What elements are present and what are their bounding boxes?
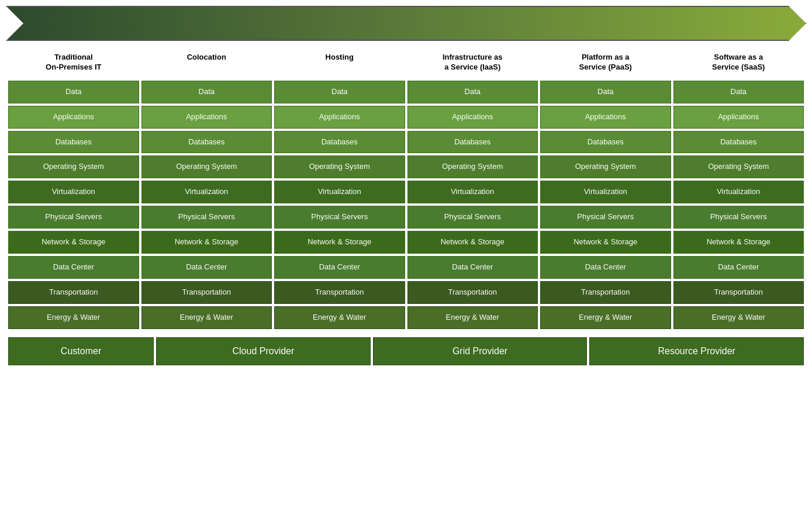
cell-applications-saas: Applications — [673, 106, 804, 129]
cell-transportation-traditional: Transportation — [8, 281, 139, 304]
cell-physical_servers-colocation: Physical Servers — [141, 206, 272, 229]
cell-energy_water-traditional: Energy & Water — [8, 306, 139, 329]
cell-transportation-colocation: Transportation — [141, 281, 272, 304]
cell-transportation-iaas: Transportation — [407, 281, 538, 304]
cell-applications-traditional: Applications — [8, 106, 139, 129]
cell-applications-iaas: Applications — [407, 106, 538, 129]
cell-energy_water-colocation: Energy & Water — [141, 306, 272, 329]
cell-virtualization-paas: Virtualization — [540, 181, 671, 203]
cell-databases-hosting: Databases — [274, 131, 405, 154]
cell-transportation-hosting: Transportation — [274, 281, 405, 304]
cell-os-hosting: Operating System — [274, 155, 405, 178]
cell-data_center-traditional: Data Center — [8, 256, 139, 279]
col-header-traditional: TraditionalOn-Premises IT — [8, 50, 139, 75]
cell-os-colocation: Operating System — [141, 155, 272, 178]
cell-transportation-paas: Transportation — [540, 281, 671, 304]
cell-network_storage-colocation: Network & Storage — [141, 231, 272, 254]
cell-data-colocation: Data — [141, 81, 272, 103]
cell-physical_servers-traditional: Physical Servers — [8, 206, 139, 229]
resp-resource_provider: Resource Provider — [589, 337, 804, 365]
cell-data-saas: Data — [673, 81, 804, 103]
cell-data_center-saas: Data Center — [673, 256, 804, 279]
cell-network_storage-traditional: Network & Storage — [8, 231, 139, 254]
cell-data_center-hosting: Data Center — [274, 256, 405, 279]
cell-virtualization-hosting: Virtualization — [274, 181, 405, 203]
cell-os-traditional: Operating System — [8, 155, 139, 178]
cell-virtualization-saas: Virtualization — [673, 181, 804, 203]
cell-databases-saas: Databases — [673, 131, 804, 154]
cell-network_storage-iaas: Network & Storage — [407, 231, 538, 254]
cell-network_storage-paas: Network & Storage — [540, 231, 671, 254]
cell-applications-colocation: Applications — [141, 106, 272, 129]
cell-os-paas: Operating System — [540, 155, 671, 178]
cell-data_center-paas: Data Center — [540, 256, 671, 279]
cell-os-saas: Operating System — [673, 155, 804, 178]
main-grid: DataDataDataDataDataDataApplicationsAppl… — [6, 81, 806, 329]
cell-virtualization-colocation: Virtualization — [141, 181, 272, 203]
cell-data-paas: Data — [540, 81, 671, 103]
responsibility-row: CustomerCloud ProviderGrid ProviderResou… — [6, 337, 806, 365]
cell-data-iaas: Data — [407, 81, 538, 103]
col-header-saas: Software as aService (SaaS) — [673, 50, 804, 75]
col-header-colocation: Colocation — [141, 50, 272, 75]
resp-grid_provider: Grid Provider — [373, 337, 588, 365]
cell-physical_servers-paas: Physical Servers — [540, 206, 671, 229]
cell-energy_water-iaas: Energy & Water — [407, 306, 538, 329]
cell-transportation-saas: Transportation — [673, 281, 804, 304]
cell-energy_water-paas: Energy & Water — [540, 306, 671, 329]
resp-customer: Customer — [8, 337, 154, 365]
cell-data-traditional: Data — [8, 81, 139, 103]
col-header-iaas: Infrastructure asa Service (IaaS) — [407, 50, 538, 75]
cell-data_center-colocation: Data Center — [141, 256, 272, 279]
column-headers: TraditionalOn-Premises ITColocationHosti… — [6, 50, 806, 75]
arrow-banner — [6, 6, 806, 41]
cell-data-hosting: Data — [274, 81, 405, 103]
cell-virtualization-iaas: Virtualization — [407, 181, 538, 203]
cell-data_center-iaas: Data Center — [407, 256, 538, 279]
cell-physical_servers-iaas: Physical Servers — [407, 206, 538, 229]
resp-cloud_provider: Cloud Provider — [156, 337, 371, 365]
cell-network_storage-hosting: Network & Storage — [274, 231, 405, 254]
cell-applications-hosting: Applications — [274, 106, 405, 129]
cell-virtualization-traditional: Virtualization — [8, 181, 139, 203]
cell-physical_servers-saas: Physical Servers — [673, 206, 804, 229]
cell-energy_water-saas: Energy & Water — [673, 306, 804, 329]
col-header-hosting: Hosting — [274, 50, 405, 75]
cell-databases-paas: Databases — [540, 131, 671, 154]
cell-databases-iaas: Databases — [407, 131, 538, 154]
col-header-paas: Platform as aService (PaaS) — [540, 50, 671, 75]
cell-databases-colocation: Databases — [141, 131, 272, 154]
cell-databases-traditional: Databases — [8, 131, 139, 154]
cell-energy_water-hosting: Energy & Water — [274, 306, 405, 329]
cell-applications-paas: Applications — [540, 106, 671, 129]
cell-os-iaas: Operating System — [407, 155, 538, 178]
cell-network_storage-saas: Network & Storage — [673, 231, 804, 254]
cell-physical_servers-hosting: Physical Servers — [274, 206, 405, 229]
